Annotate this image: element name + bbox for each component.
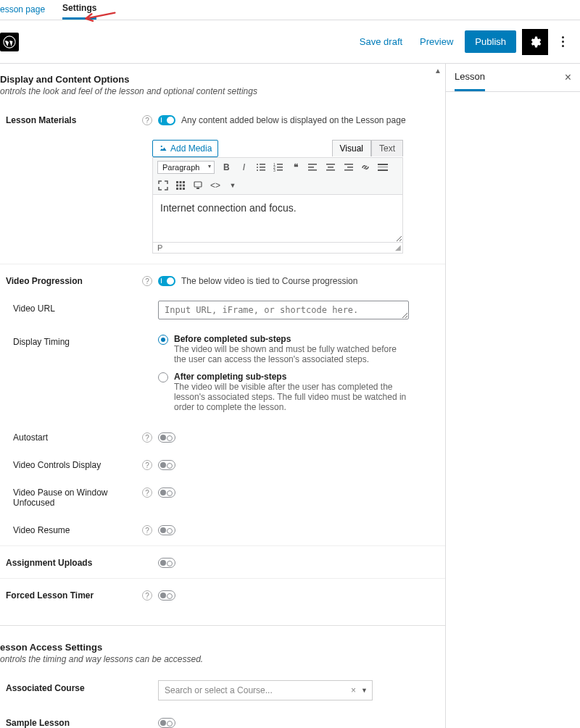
label-associated-course: Associated Course <box>6 680 136 693</box>
help-icon[interactable]: ? <box>142 276 152 286</box>
svg-rect-24 <box>378 167 388 167</box>
video-url-input[interactable] <box>158 301 409 319</box>
materials-editor: Add Media VisualText Paragraph B I 123 ❝ <box>152 140 403 254</box>
fullscreen-icon[interactable] <box>157 180 169 191</box>
toggle-video-progression[interactable] <box>158 276 175 286</box>
svg-point-4 <box>257 167 258 168</box>
device-icon[interactable] <box>192 180 204 191</box>
italic-icon[interactable]: I <box>238 162 249 173</box>
align-left-icon[interactable] <box>307 162 319 173</box>
editor-path: P◢ <box>152 243 403 254</box>
wordpress-logo-icon[interactable] <box>0 33 19 51</box>
svg-rect-7 <box>260 170 265 171</box>
clear-course-icon[interactable]: × <box>351 685 356 695</box>
source-code-icon[interactable]: <> <box>210 180 221 191</box>
svg-rect-32 <box>176 188 178 190</box>
toggle-video-pause[interactable] <box>158 488 175 498</box>
editor-content[interactable]: Internet connection and focus. <box>152 195 403 243</box>
radio-before-desc: The video will be shown and must be full… <box>174 344 409 364</box>
svg-rect-30 <box>180 185 182 187</box>
preview-link[interactable]: Preview <box>414 32 459 51</box>
course-placeholder: Search or select a Course... <box>165 685 273 695</box>
section-access-title: esson Access Settings <box>0 632 445 654</box>
settings-sidebar: ▲ Lesson × <box>446 64 580 728</box>
sidebar-tab-lesson[interactable]: Lesson <box>455 64 485 91</box>
svg-rect-33 <box>180 188 182 190</box>
svg-rect-3 <box>260 164 265 165</box>
toggle-video-controls[interactable] <box>158 460 175 470</box>
close-sidebar-button[interactable]: × <box>565 71 571 84</box>
svg-rect-27 <box>180 181 182 183</box>
chevron-down-icon[interactable]: ▼ <box>361 687 368 694</box>
svg-point-1 <box>161 146 162 147</box>
svg-rect-31 <box>183 185 185 187</box>
label-forced-timer: Forced Lesson Timer <box>6 587 136 601</box>
materials-toggle-desc: Any content added below is displayed on … <box>181 112 406 125</box>
toolbar-toggle-icon[interactable] <box>175 180 186 191</box>
radio-before-substeps[interactable] <box>158 335 168 345</box>
help-icon[interactable]: ? <box>142 432 152 443</box>
blockquote-icon[interactable]: ❝ <box>290 162 302 173</box>
align-right-icon[interactable] <box>342 162 354 173</box>
svg-rect-26 <box>176 181 178 183</box>
toggle-forced-timer[interactable] <box>158 590 175 601</box>
editor-tab-visual[interactable]: Visual <box>332 140 371 156</box>
svg-rect-9 <box>277 164 283 165</box>
tab-lesson-page[interactable]: esson page <box>0 1 45 19</box>
svg-rect-13 <box>277 170 283 171</box>
svg-rect-35 <box>194 182 202 187</box>
svg-rect-29 <box>176 185 178 187</box>
format-select[interactable]: Paragraph <box>157 161 215 174</box>
svg-point-6 <box>257 170 258 171</box>
associated-course-select[interactable]: Search or select a Course... × ▼ <box>158 680 373 700</box>
svg-rect-36 <box>196 188 199 189</box>
radio-after-substeps[interactable] <box>158 372 168 382</box>
collapse-caret-icon[interactable]: ▲ <box>434 67 442 75</box>
help-icon[interactable]: ? <box>142 115 152 125</box>
numbered-list-icon[interactable]: 123 <box>273 162 284 173</box>
page-tabs: esson page Settings <box>0 0 580 20</box>
publish-button[interactable]: Publish <box>465 30 516 53</box>
svg-rect-23 <box>378 164 388 165</box>
bullet-list-icon[interactable] <box>255 162 267 173</box>
help-icon[interactable]: ? <box>142 590 152 601</box>
align-center-icon[interactable] <box>325 162 336 173</box>
editor-tab-text[interactable]: Text <box>371 140 403 156</box>
radio-after-title: After completing sub-steps <box>174 372 409 382</box>
svg-rect-21 <box>347 167 353 168</box>
insert-more-icon[interactable] <box>377 162 389 173</box>
toggle-autostart[interactable] <box>158 432 175 443</box>
toggle-lesson-materials[interactable] <box>158 115 175 125</box>
toggle-video-resume[interactable] <box>158 525 175 535</box>
bold-icon[interactable]: B <box>220 162 232 173</box>
section-access-subtitle: ontrols the timing and way lessons can b… <box>0 654 445 676</box>
svg-rect-20 <box>344 164 353 165</box>
chevron-down-icon[interactable]: ▼ <box>227 180 239 191</box>
editor-toolbar: Save draft Preview Publish <box>0 20 580 64</box>
help-icon[interactable]: ? <box>142 488 152 498</box>
radio-before-title: Before completed sub-steps <box>174 334 409 344</box>
save-draft-link[interactable]: Save draft <box>354 32 408 51</box>
tab-settings[interactable]: Settings <box>62 0 96 20</box>
toggle-assignment-uploads[interactable] <box>158 558 175 568</box>
label-lesson-materials: Lesson Materials <box>6 112 136 125</box>
svg-rect-18 <box>328 167 334 168</box>
label-video-resume: Video Resume <box>6 522 136 535</box>
toggle-sample-lesson[interactable] <box>158 718 175 728</box>
svg-rect-17 <box>326 164 335 165</box>
link-icon[interactable] <box>360 162 371 173</box>
svg-rect-19 <box>326 170 335 171</box>
help-icon[interactable]: ? <box>142 460 152 470</box>
label-video-url: Video URL <box>6 301 136 314</box>
radio-after-desc: The video will be visible after the user… <box>174 382 409 412</box>
svg-rect-15 <box>308 167 314 168</box>
label-sample-lesson: Sample Lesson <box>6 715 136 728</box>
label-autostart: Autostart <box>6 430 136 443</box>
label-assignment-uploads: Assignment Uploads <box>6 555 136 568</box>
add-media-button[interactable]: Add Media <box>152 140 218 157</box>
help-icon[interactable]: ? <box>142 525 152 535</box>
more-options-button[interactable] <box>554 29 571 55</box>
settings-gear-button[interactable] <box>522 29 548 55</box>
svg-rect-11 <box>277 167 283 168</box>
svg-rect-28 <box>183 181 185 183</box>
